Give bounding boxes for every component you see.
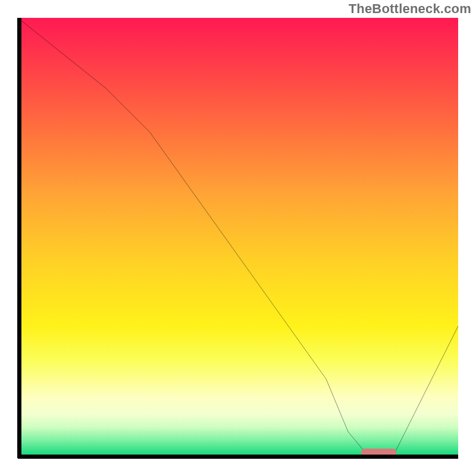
curve-path [18, 18, 458, 458]
watermark-text: TheBottleneck.com [349, 1, 471, 17]
plot-area [18, 18, 458, 458]
chart-stage: TheBottleneck.com [0, 0, 476, 476]
y-axis [17, 18, 21, 458]
bottleneck-curve [18, 18, 458, 458]
x-axis [18, 455, 458, 459]
